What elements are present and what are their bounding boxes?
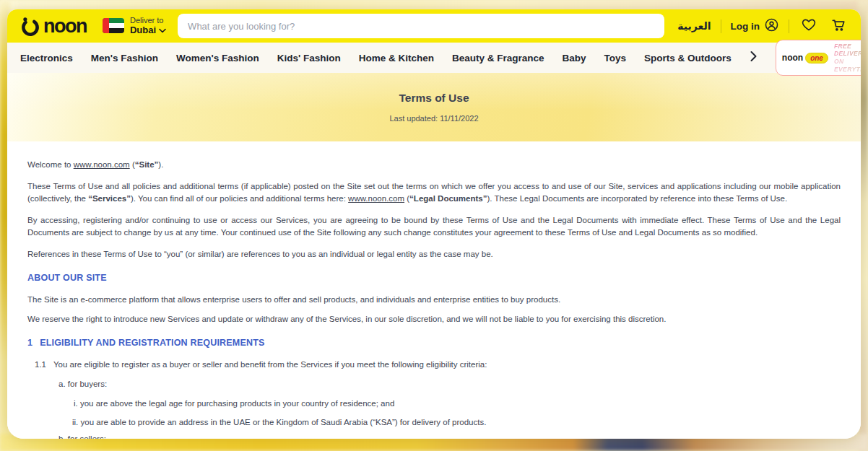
page-title: Terms of Use: [399, 92, 469, 105]
nav-item-home-kitchen[interactable]: Home & Kitchen: [359, 53, 434, 64]
text: ). You can find all of our policies and …: [131, 194, 348, 203]
list-item-b: b. for sellers:: [58, 433, 841, 439]
section-title: ELIGIBILITY AND REGISTRATION REQUIREMENT…: [40, 337, 264, 349]
nav-item-electronics[interactable]: Electronics: [20, 53, 73, 64]
nav-more-button[interactable]: [750, 51, 758, 65]
noon-one-logo: noon one: [782, 53, 828, 64]
category-nav: Electronics Men's Fashion Women's Fashio…: [7, 43, 861, 73]
on-everything-text: ON EVERYTHING: [834, 58, 861, 73]
list-item-a: a. for buyers:: [58, 378, 841, 390]
bold-text: “Services”: [88, 194, 131, 203]
paragraph-agreement: By accessing, registering and/or continu…: [27, 214, 841, 239]
nav-item-kids-fashion[interactable]: Kids' Fashion: [277, 53, 341, 64]
nav-item-womens-fashion[interactable]: Women's Fashion: [176, 53, 259, 64]
nav-item-beauty-fragrance[interactable]: Beauty & Fragrance: [452, 53, 544, 64]
noon-logo[interactable]: noon: [19, 15, 87, 38]
noon-logo-icon: [19, 15, 41, 38]
deliver-city: Dubai: [130, 25, 156, 36]
noon-one-offer-text: FREE DELIVERY ON EVERYTHING: [834, 43, 861, 74]
site-link[interactable]: www.noon.com: [74, 160, 130, 169]
chevron-right-icon: [750, 51, 758, 65]
list-item-ii: ii. you are able to provide an address i…: [72, 416, 841, 429]
section-1-heading: 1 ELIGIBILITY AND REGISTRATION REQUIREME…: [27, 337, 841, 349]
bold-text: “Legal Documents”: [409, 194, 487, 203]
nav-item-baby[interactable]: Baby: [563, 53, 586, 64]
free-delivery-text: FREE DELIVERY: [834, 43, 861, 58]
terms-banner: Terms of Use Last updated: 11/11/2022: [7, 73, 861, 141]
heart-icon: [801, 17, 817, 35]
text: (: [130, 160, 135, 169]
login-label: Log in: [731, 21, 760, 32]
search-input[interactable]: [178, 14, 664, 38]
terms-content: Welcome to www.noon.com (“Site”). These …: [7, 141, 861, 439]
paragraph-platform: The Site is an e-commerce platform that …: [27, 294, 841, 306]
chevron-down-icon: [159, 25, 166, 36]
main-card: noon Deliver to Dubai العربية Log in: [7, 9, 861, 439]
noon-one-brand-text: noon: [782, 53, 803, 63]
section-number: 1: [27, 337, 32, 349]
wishlist-button[interactable]: [799, 17, 819, 35]
paragraph-welcome: Welcome to www.noon.com (“Site”).: [27, 159, 841, 171]
noon-logo-text: noon: [43, 17, 87, 36]
deliver-to-label: Deliver to: [130, 16, 166, 25]
deliver-location-selector[interactable]: Deliver to Dubai: [103, 16, 166, 36]
site-header: noon Deliver to Dubai العربية Log in: [7, 9, 861, 43]
noon-one-banner[interactable]: noon one FREE DELIVERY ON EVERYTHING: [776, 40, 861, 76]
divider: [789, 19, 789, 33]
login-button[interactable]: Log in: [731, 17, 780, 35]
paragraph-services-discretion: We reserve the right to introduce new Se…: [27, 313, 841, 325]
user-icon: [764, 17, 779, 35]
divider: [721, 19, 721, 33]
header-actions: العربية Log in: [677, 17, 849, 36]
cart-icon: [830, 17, 847, 36]
paragraph-terms-scope: These Terms of Use and all policies and …: [27, 180, 841, 205]
deliver-text: Deliver to Dubai: [130, 16, 166, 36]
paragraph-references: References in these Terms of Use to “you…: [27, 248, 841, 260]
text: ). These Legal Documents are incorporate…: [487, 194, 787, 203]
nav-item-sports-outdoors[interactable]: Sports & Outdoors: [644, 53, 732, 64]
last-updated: Last updated: 11/11/2022: [389, 114, 478, 123]
legal-documents-link[interactable]: www.noon.com: [348, 194, 404, 203]
clause-1-1: 1.1 You are eligible to register as a bu…: [35, 359, 841, 371]
text: Welcome to: [27, 160, 74, 169]
language-toggle[interactable]: العربية: [677, 20, 711, 32]
one-badge: one: [805, 53, 828, 64]
clause-text: You are eligible to register as a buyer …: [53, 359, 487, 371]
list-item-i: i. you are above the legal age for purch…: [74, 398, 841, 410]
cart-button[interactable]: [828, 17, 849, 36]
clause-number: 1.1: [35, 359, 46, 371]
uae-flag-icon: [103, 18, 124, 33]
bold-text: “Site”: [135, 160, 159, 169]
text: ).: [158, 160, 163, 169]
nav-item-toys[interactable]: Toys: [604, 53, 627, 64]
about-our-site-heading: ABOUT OUR SITE: [27, 272, 841, 284]
nav-item-mens-fashion[interactable]: Men's Fashion: [91, 53, 158, 64]
